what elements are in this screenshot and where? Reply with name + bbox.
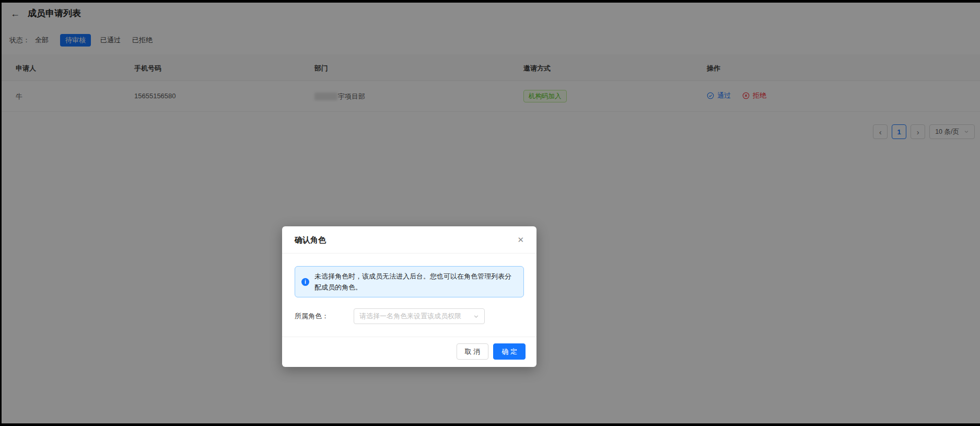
confirm-button[interactable]: 确 定 <box>493 343 526 360</box>
modal-body: i 未选择角色时，该成员无法进入后台。您也可以在角色管理列表分配成员的角色。 所… <box>282 254 536 337</box>
info-alert: i 未选择角色时，该成员无法进入后台。您也可以在角色管理列表分配成员的角色。 <box>295 266 524 297</box>
role-select-placeholder: 请选择一名角色来设置该成员权限 <box>359 312 461 321</box>
cancel-button[interactable]: 取 消 <box>457 343 489 360</box>
role-select[interactable]: 请选择一名角色来设置该成员权限 <box>354 308 485 324</box>
info-alert-text: 未选择角色时，该成员无法进入后台。您也可以在角色管理列表分配成员的角色。 <box>314 271 517 293</box>
member-application-page: ← 成员申请列表 状态： 全部 待审核 已通过 已拒绝 申请人 手机号码 部门 … <box>2 3 980 423</box>
chevron-down-icon <box>473 314 479 319</box>
close-icon[interactable]: ✕ <box>516 234 526 245</box>
modal-footer: 取 消 确 定 <box>282 337 536 367</box>
modal-header: 确认角色 ✕ <box>282 226 536 253</box>
info-circle-icon: i <box>301 278 309 286</box>
role-select-label: 所属角色： <box>295 312 354 321</box>
modal-title: 确认角色 <box>295 235 326 244</box>
role-confirm-modal: 确认角色 ✕ i 未选择角色时，该成员无法进入后台。您也可以在角色管理列表分配成… <box>282 226 536 367</box>
role-form-row: 所属角色： 请选择一名角色来设置该成员权限 <box>295 308 524 324</box>
